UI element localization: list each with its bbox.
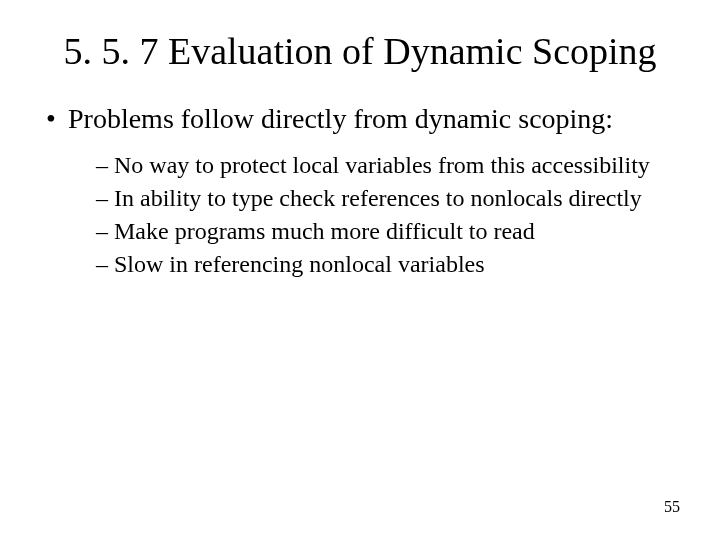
- sub-bullet-text: No way to protect local variables from t…: [114, 152, 650, 178]
- sub-bullet-item: – No way to protect local variables from…: [96, 151, 680, 180]
- slide-title: 5. 5. 7 Evaluation of Dynamic Scoping: [40, 30, 680, 74]
- slide: 5. 5. 7 Evaluation of Dynamic Scoping Pr…: [0, 0, 720, 540]
- sub-bullet-item: – In ability to type check references to…: [96, 184, 680, 213]
- sub-bullet-item: – Make programs much more difficult to r…: [96, 217, 680, 246]
- main-bullet: Problems follow directly from dynamic sc…: [40, 102, 680, 136]
- sub-bullet-text: In ability to type check references to n…: [114, 185, 642, 211]
- sub-bullet-text: Slow in referencing nonlocal variables: [114, 251, 485, 277]
- page-number: 55: [664, 498, 680, 516]
- sub-bullet-item: – Slow in referencing nonlocal variables: [96, 250, 680, 279]
- sub-bullet-list: – No way to protect local variables from…: [40, 151, 680, 278]
- sub-bullet-text: Make programs much more difficult to rea…: [114, 218, 535, 244]
